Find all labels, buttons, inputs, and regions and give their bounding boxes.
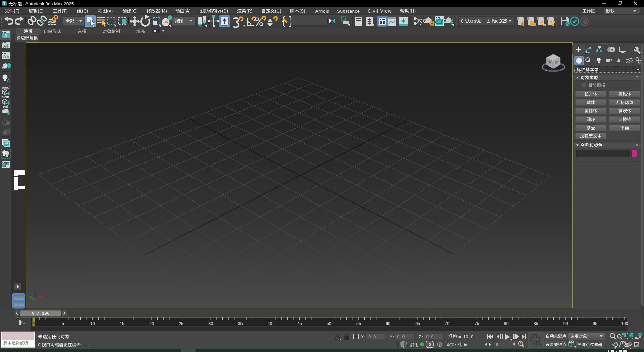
svg-text:vol: vol (3, 105, 8, 109)
svg-text:. . .: . . . (81, 342, 87, 347)
svg-text:0: 0 (496, 342, 498, 347)
svg-text::: : (29, 341, 30, 345)
svg-text:proc: proc (2, 86, 9, 89)
svg-text:Y:: Y: (390, 335, 395, 340)
svg-text:0: 0 (429, 342, 431, 347)
svg-text:A: A (3, 44, 6, 49)
svg-text:55: 55 (356, 321, 361, 326)
svg-text:10: 10 (90, 321, 95, 326)
svg-text:x: x (41, 295, 43, 298)
svg-text:90: 90 (563, 321, 568, 326)
svg-text:C:\Users\Ad···ds Max 2025: C:\Users\Ad···ds Max 2025 (461, 19, 507, 24)
svg-text:5: 5 (62, 321, 64, 326)
svg-text:65: 65 (415, 321, 420, 326)
svg-text:Arnold: Arnold (315, 9, 330, 14)
svg-text:100: 100 (621, 321, 628, 326)
svg-text:y: y (29, 295, 31, 298)
svg-text:0.0: 0.0 (397, 335, 405, 340)
svg-text:Substance: Substance (337, 9, 360, 14)
svg-text:0: 0 (38, 342, 40, 347)
svg-text:Civil View: Civil View (368, 8, 392, 14)
svg-text:35: 35 (238, 321, 243, 326)
svg-text:z: z (36, 290, 37, 294)
svg-text:alem: alem (2, 95, 9, 99)
svg-text:15: 15 (120, 321, 124, 326)
svg-text:40: 40 (268, 321, 272, 326)
svg-text:A: A (3, 54, 6, 59)
svg-text:25: 25 (179, 321, 183, 326)
svg-text:30: 30 (208, 321, 213, 326)
svg-text:0.0: 0.0 (426, 335, 434, 340)
svg-text:A: A (7, 78, 10, 83)
svg-text:0 / 100: 0 / 100 (32, 311, 50, 316)
svg-text:0: 0 (33, 322, 35, 326)
svg-text:- Autodesk 3ds Max 2025: - Autodesk 3ds Max 2025 (23, 1, 74, 6)
svg-text:=: = (458, 335, 461, 340)
svg-text::: : (418, 343, 419, 347)
svg-text:0.0: 0.0 (368, 335, 376, 340)
svg-text:50: 50 (327, 321, 331, 326)
svg-text:85: 85 (534, 321, 538, 326)
svg-text:45: 45 (297, 321, 302, 326)
svg-text:75: 75 (474, 321, 479, 326)
svg-text:10.0: 10.0 (463, 335, 473, 340)
svg-text:60: 60 (386, 321, 390, 326)
svg-text:95: 95 (593, 321, 597, 326)
svg-text:X:: X: (361, 335, 366, 340)
svg-text:70: 70 (445, 321, 449, 326)
svg-text:. .: . . (601, 343, 605, 347)
svg-text:80: 80 (504, 321, 509, 326)
svg-text:A: A (4, 33, 7, 38)
svg-text:Z:: Z: (419, 335, 424, 340)
svg-text:20: 20 (149, 321, 154, 326)
